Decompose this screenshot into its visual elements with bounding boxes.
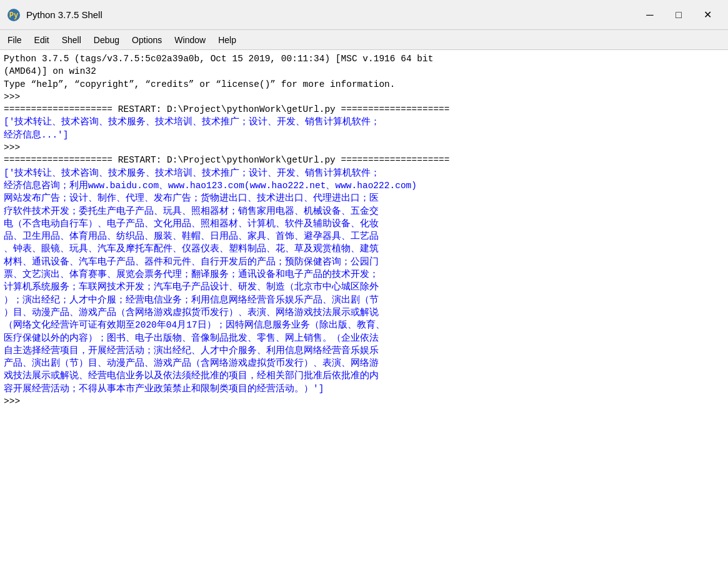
shell-line: 自主选择经营项目，开展经营活动；演出经纪、人才中介服务、利用信息网络经营音乐娱乐 [4,344,724,357]
shell-line: 容开展经营活动；不得从事本市产业政策禁止和限制类项目的经营活动。）'] [4,383,724,395]
menu-item-window[interactable]: Window [169,33,211,47]
shell-line: Python 3.7.5 (tags/v3.7.5:5c02a39a0b, Oc… [4,53,724,65]
shell-line: 产品、演出剧（节）目、动漫产品、游戏产品（含网络游戏虚拟货币发行）、表演、网络游 [4,357,724,369]
shell-line: 票、文艺演出、体育赛事、展览会票务代理；翻译服务；通讯设备和电子产品的技术开发； [4,268,724,281]
shell-line: ）；演出经纪；人才中介服；经营电信业务；利用信息网络经营音乐娱乐产品、演出剧（节 [4,294,724,306]
shell-line: 疗软件技术开发；委托生产电子产品、玩具、照相器材；销售家用电器、机械设备、五金交 [4,205,724,218]
shell-line: 电（不含电动自行车）、电子产品、文化用品、照相器材、计算机、软件及辅助设备、化妆 [4,218,724,230]
menu-item-file[interactable]: File [2,33,27,47]
title-bar: Py Python 3.7.5 Shell ─ □ ✕ [0,0,728,30]
close-button[interactable]: ✕ [693,4,722,26]
shell-line: ）目、动漫产品、游戏产品（含网络游戏虚拟货币发行）、表演、网络游戏技法展示或解说 [4,306,724,319]
shell-line: 医疗保健以外的内容）；图书、电子出版物、音像制品批发、零售、网上销售。（企业依法 [4,332,724,344]
minimize-button[interactable]: ─ [636,4,664,26]
shell-line: ==================== RESTART: D:\Project… [4,154,724,166]
shell-line: >>> [4,91,724,103]
shell-line: 、钟表、眼镜、玩具、汽车及摩托车配件、仪器仪表、塑料制品、花、草及观赏植物、建筑 [4,243,724,255]
shell-line: (AMD64)] on win32 [4,65,724,78]
svg-text:Py: Py [9,11,18,20]
menu-item-options[interactable]: Options [127,33,167,47]
shell-output[interactable]: Python 3.7.5 (tags/v3.7.5:5c02a39a0b, Oc… [0,50,728,572]
shell-line: 品、卫生用品、体育用品、纺织品、服装、鞋帽、日用品、家具、首饰、避孕器具、工艺品 [4,230,724,243]
app-icon: Py [6,8,21,23]
menu-item-help[interactable]: Help [213,33,241,47]
menu-item-edit[interactable]: Edit [29,33,54,47]
shell-line: （网络文化经营许可证有效期至2020年04月17日）；因特网信息服务业务（除出版… [4,319,724,331]
menu-bar: FileEditShellDebugOptionsWindowHelp [0,30,728,50]
shell-line: 网站发布广告；设计、制作、代理、发布广告；货物进出口、技术进出口、代理进出口；医 [4,192,724,204]
shell-line: 戏技法展示或解说、经营电信业务以及依法须经批准的项目，经相关部门批准后依批准的内 [4,369,724,382]
shell-line: 材料、通讯设备、汽车电子产品、器件和元件、自行开发后的产品；预防保健咨询；公园门 [4,256,724,268]
shell-line: Type “help”, “copyright”, “credits” or “… [4,78,724,91]
menu-item-debug[interactable]: Debug [89,33,124,47]
shell-line: 计算机系统服务；车联网技术开发；汽车电子产品设计、研发、制造（北京市中心城区除外 [4,281,724,293]
window-controls: ─ □ ✕ [636,4,722,26]
shell-line: ==================== RESTART: D:\Project… [4,103,724,116]
menu-item-shell[interactable]: Shell [57,33,86,47]
shell-line: 经济信息咨询；利用www.baidu.com、www.hao123.com(ww… [4,179,724,192]
shell-line: ['技术转让、技术咨询、技术服务、技术培训、技术推广；设计、开发、销售计算机软件… [4,116,724,128]
shell-line: >>> [4,141,724,154]
maximize-button[interactable]: □ [664,4,693,26]
shell-line: ['技术转让、技术咨询、技术服务、技术培训、技术推广；设计、开发、销售计算机软件… [4,167,724,179]
window-title: Python 3.7.5 Shell [26,9,636,20]
shell-line: >>> [4,395,724,408]
shell-line: 经济信息...'] [4,129,724,141]
